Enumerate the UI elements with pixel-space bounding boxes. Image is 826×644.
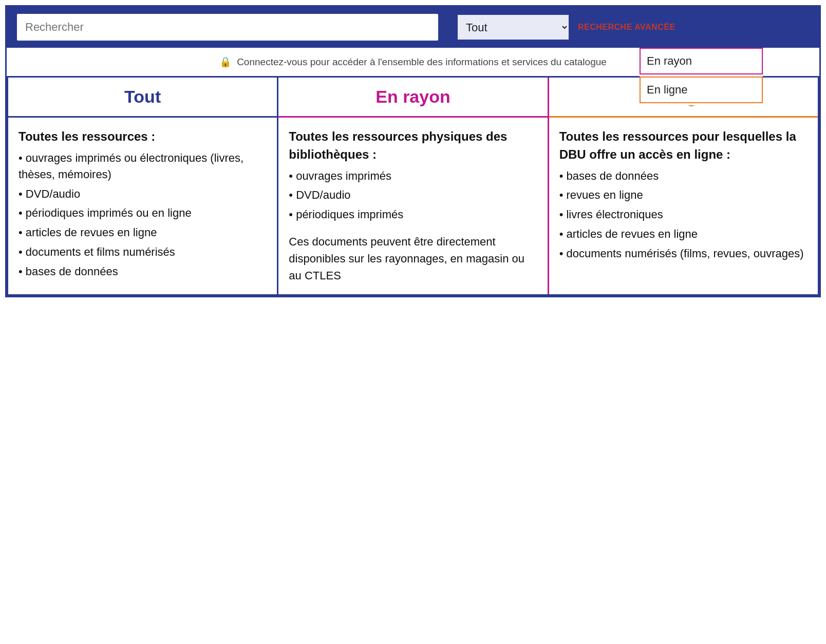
- col-rayon-note: Ces documents peuvent être directement d…: [289, 233, 537, 284]
- category-dropdown[interactable]: ToutEn rayonEn ligne: [457, 14, 570, 41]
- col-ligne-item-1: • revues en ligne: [559, 187, 808, 203]
- col-tout-item-4: • documents et films numérisés: [18, 244, 267, 260]
- col-rayon-header: En rayon: [278, 78, 547, 118]
- dropdown-option-en-ligne[interactable]: En ligne: [640, 77, 763, 103]
- col-rayon: En rayon Toutes les ressources physiques…: [278, 78, 549, 294]
- col-tout-item-5: • bases de données: [18, 263, 267, 280]
- advanced-search-link[interactable]: RECHERCHE AVANCÉE: [578, 23, 675, 32]
- col-ligne-item-2: • livres électroniques: [559, 206, 808, 223]
- col-rayon-body: Toutes les ressources physiques des bibl…: [278, 118, 547, 294]
- col-tout-item-2: • périodiques imprimés ou en ligne: [18, 205, 267, 221]
- dropdown-panel: En rayon En ligne: [640, 48, 763, 105]
- header-right: ToutEn rayonEn ligne RECHERCHE AVANCÉE: [457, 14, 675, 41]
- col-tout: Tout Toutes les ressources : • ouvrages …: [8, 78, 278, 294]
- col-ligne: En ligne Toutes les ressources pour lesq…: [549, 78, 818, 294]
- dropdown-option-en-rayon[interactable]: En rayon: [640, 48, 763, 74]
- col-rayon-title: Toutes les ressources physiques des bibl…: [289, 128, 537, 164]
- header: ToutEn rayonEn ligne RECHERCHE AVANCÉE E…: [7, 7, 819, 48]
- col-rayon-item-0: • ouvrages imprimés: [289, 168, 537, 184]
- search-input[interactable]: [17, 14, 438, 41]
- main-content: Tout Toutes les ressources : • ouvrages …: [7, 76, 819, 296]
- col-ligne-title: Toutes les ressources pour lesquelles la…: [559, 128, 808, 164]
- page-wrapper: ToutEn rayonEn ligne RECHERCHE AVANCÉE E…: [5, 5, 821, 297]
- col-tout-item-0: • ouvrages imprimés ou électroniques (li…: [18, 150, 267, 183]
- col-rayon-item-1: • DVD/audio: [289, 187, 537, 203]
- col-tout-item-3: • articles de revues en ligne: [18, 224, 267, 241]
- col-tout-header: Tout: [8, 78, 277, 118]
- col-tout-body: Toutes les ressources : • ouvrages impri…: [8, 118, 277, 293]
- col-ligne-item-0: • bases de données: [559, 168, 808, 184]
- col-ligne-body: Toutes les ressources pour lesquelles la…: [549, 118, 818, 275]
- info-text: Connectez-vous pour accéder à l'ensemble…: [237, 56, 607, 68]
- col-ligne-item-3: • articles de revues en ligne: [559, 226, 808, 242]
- col-tout-item-1: • DVD/audio: [18, 186, 267, 202]
- lock-icon: 🔒: [219, 56, 232, 68]
- col-tout-title: Toutes les ressources :: [18, 128, 267, 146]
- col-ligne-item-4: • documents numérisés (films, revues, ou…: [559, 245, 808, 262]
- col-rayon-item-2: • périodiques imprimés: [289, 206, 537, 223]
